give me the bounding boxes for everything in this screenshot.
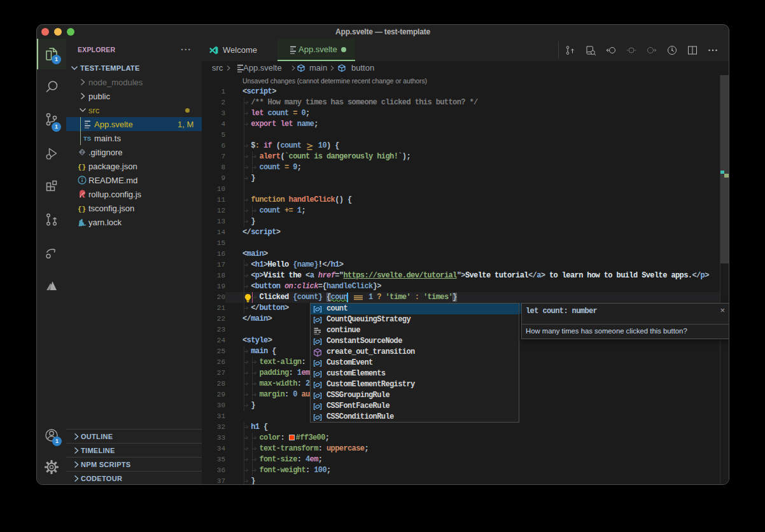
svg-text:{}: {} [78,206,86,213]
svg-text:TS: TS [83,135,91,142]
svg-text:{}: {} [78,164,86,171]
